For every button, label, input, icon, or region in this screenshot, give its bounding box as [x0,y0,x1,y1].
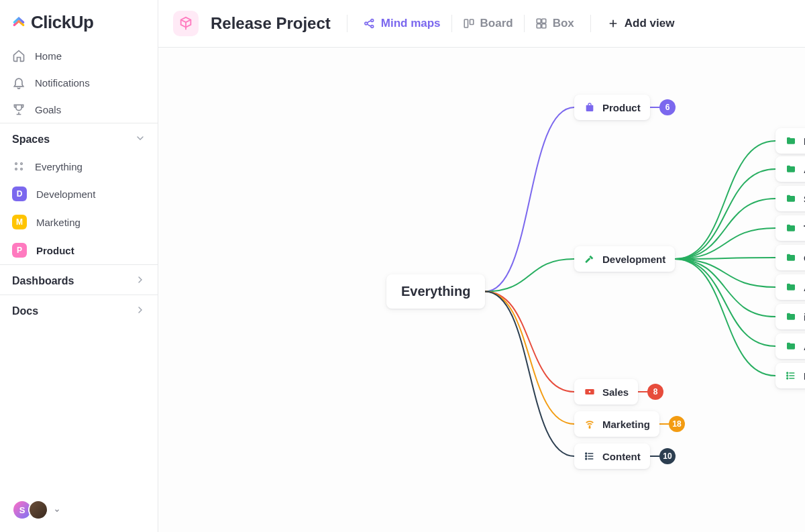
mindmap-node-analytics[interactable]: Analytics [775,274,805,300]
folder-icon [785,252,797,264]
node-label: Everything [401,284,470,299]
brand-name: ClickUp [31,12,93,33]
svg-point-0 [15,163,17,165]
divider [590,15,591,32]
brand[interactable]: ClickUp [0,0,158,42]
dashboards-section[interactable]: Dashboards [0,265,158,295]
sidebar-item-home[interactable]: Home [0,42,158,69]
svg-point-34 [787,378,788,379]
mindmap-node-qa[interactable]: QA [775,245,805,270]
mindmap-canvas[interactable]: EverythingProductDevelopmentSalesMarketi… [158,48,805,532]
space-badge: D [12,187,27,201]
node-label: Development [602,254,665,265]
svg-point-29 [586,453,587,454]
mindmap-node-marketing[interactable]: Marketing [574,411,659,437]
svg-point-3 [21,168,23,170]
svg-rect-11 [537,24,541,28]
mindmap-node-everything[interactable]: Everything [386,274,485,309]
mindmap-node-android[interactable]: Android [775,333,805,359]
svg-point-28 [589,427,590,429]
ticket-icon [584,386,596,398]
wifi-icon [584,418,596,430]
divider [451,15,452,32]
tab-mind-maps[interactable]: Mind maps [357,13,447,34]
node-label: Content [602,451,641,462]
node-label: Sales [602,386,629,398]
sidebar-space-product[interactable]: PProduct [0,236,158,264]
space-label: Marketing [36,217,80,228]
sidebar-item-notifications[interactable]: Notifications [0,69,158,96]
space-label: Development [36,189,95,200]
primary-nav: HomeNotificationsGoals [0,42,158,123]
count-badge: 8 [647,384,663,400]
svg-point-30 [586,456,587,457]
svg-point-1 [21,163,23,165]
sidebar-item-goals[interactable]: Goals [0,96,158,123]
box-icon [535,17,547,30]
trophy-icon [12,103,25,116]
grid-icon [12,160,25,173]
mindmap-node-development[interactable]: Development [574,246,675,272]
sidebar-space-development[interactable]: DDevelopment [0,180,158,208]
nav-label: Goals [35,104,61,115]
svg-point-5 [371,19,374,22]
space-badge: M [12,215,27,229]
nav-label: Home [35,50,62,62]
nav-label: Notifications [35,77,90,89]
svg-rect-8 [470,19,473,25]
mindmap-node-roadmap[interactable]: Roadmap [775,128,805,154]
node-label: Product [602,102,641,113]
sidebar: ClickUp HomeNotificationsGoals Spaces Ev… [0,0,158,532]
tab-label: Box [553,17,574,30]
svg-point-6 [371,25,374,28]
mindmap-node-automation[interactable]: Automation [775,156,805,182]
count-badge: 10 [659,448,676,464]
space-badge: P [12,243,27,258]
plus-icon [607,17,619,30]
divider [524,15,525,32]
add-view-label: Add view [625,17,675,30]
spaces-header[interactable]: Spaces [0,123,158,153]
tab-board[interactable]: Board [456,13,520,34]
folder-icon [785,135,797,147]
spaces-list: DDevelopmentMMarketingPProduct [0,180,158,264]
svg-point-33 [787,375,788,376]
mindmap-node-product[interactable]: Product [574,95,650,120]
mindmap-node-notes[interactable]: Notes [775,363,805,388]
mindmap-node-tooling[interactable]: Tooling [775,215,805,241]
tab-label: Mind maps [381,17,441,30]
chevron-down-icon [135,133,146,146]
svg-point-31 [586,458,587,460]
count-badge: 18 [669,416,685,432]
main: Release Project Mind mapsBoardBox Add vi… [158,0,805,532]
docs-section[interactable]: Docs [0,295,158,325]
add-view-button[interactable]: Add view [600,13,682,34]
everything-label: Everything [35,161,83,172]
sidebar-space-marketing[interactable]: MMarketing [0,208,158,236]
logo-icon [12,16,25,30]
folder-icon [785,222,797,234]
spaces-header-label: Spaces [12,134,50,146]
board-icon [463,17,475,30]
sidebar-item-everything[interactable]: Everything [0,153,158,180]
folder-icon [785,193,797,205]
mindmap-node-content[interactable]: Content [574,443,650,469]
mindmap-node-sprints[interactable]: Sprints [775,186,805,211]
user-avatars[interactable]: S [0,500,158,532]
tab-box[interactable]: Box [529,13,581,34]
bell-icon [12,76,25,89]
mindmap-icon [364,17,376,30]
space-label: Product [36,245,74,256]
folder-icon [785,163,797,175]
hammer-icon [584,253,596,265]
svg-rect-10 [541,19,545,23]
mindmap-node-sales[interactable]: Sales [574,379,638,405]
topbar: Release Project Mind mapsBoardBox Add vi… [158,0,805,48]
docs-label: Docs [12,305,38,317]
avatar[interactable] [28,500,48,520]
svg-rect-9 [537,19,541,23]
mindmap-node-ios[interactable]: iOS [775,304,805,329]
list-icon [584,450,596,462]
project-title: Release Project [211,14,331,33]
home-icon [12,49,25,62]
